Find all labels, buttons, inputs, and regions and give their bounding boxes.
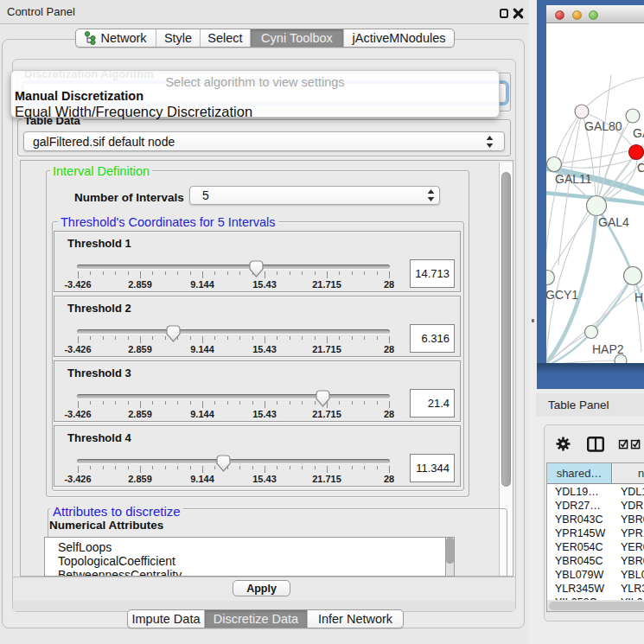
svg-text:GAL80: GAL80 [584, 119, 622, 133]
svg-text:H: H [634, 290, 643, 304]
svg-text:HAP2: HAP2 [592, 342, 624, 356]
svg-text:GCY1: GCY1 [546, 288, 578, 302]
svg-text:GAL11: GAL11 [555, 172, 592, 186]
svg-text:C: C [637, 161, 644, 175]
svg-text:GA: GA [633, 126, 644, 140]
svg-text:GAL4: GAL4 [598, 215, 629, 229]
